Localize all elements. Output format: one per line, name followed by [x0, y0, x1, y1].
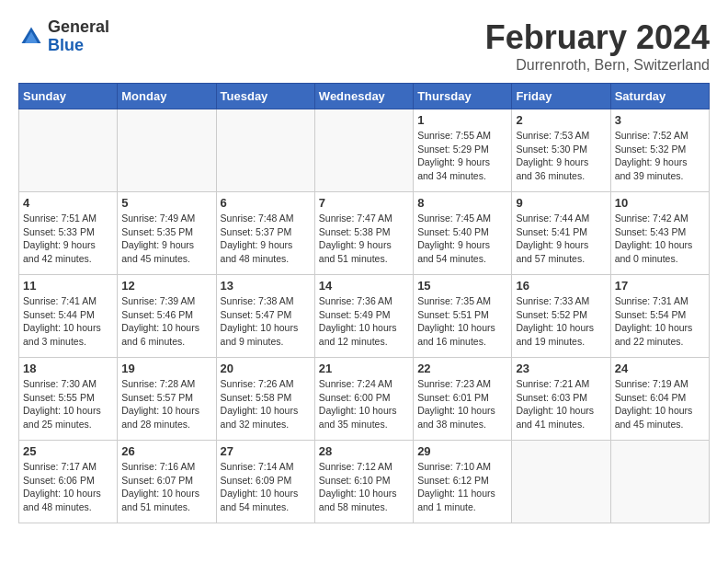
day-number: 6 [221, 196, 311, 210]
day-number: 22 [417, 362, 507, 375]
day-number: 16 [516, 279, 606, 293]
day-info: Sunrise: 7:42 AMSunset: 5:43 PMDaylight:… [615, 212, 705, 266]
day-number: 13 [221, 279, 311, 293]
calendar-cell: 2Sunrise: 7:53 AMSunset: 5:30 PMDaylight… [512, 109, 610, 192]
day-info: Sunrise: 7:36 AMSunset: 5:49 PMDaylight:… [319, 294, 409, 349]
day-number: 15 [417, 279, 507, 293]
calendar-cell: 20Sunrise: 7:26 AMSunset: 5:58 PMDayligh… [216, 358, 314, 441]
calendar-cell: 13Sunrise: 7:38 AMSunset: 5:47 PMDayligh… [216, 275, 314, 358]
day-number: 14 [319, 279, 409, 293]
calendar-cell: 29Sunrise: 7:10 AMSunset: 6:12 PMDayligh… [414, 441, 512, 523]
day-info: Sunrise: 7:49 AMSunset: 5:35 PMDaylight:… [121, 212, 211, 266]
day-number: 18 [23, 362, 113, 375]
calendar-cell: 25Sunrise: 7:17 AMSunset: 6:06 PMDayligh… [19, 441, 118, 523]
title-area: February 2024 Durrenroth, Bern, Switzerl… [485, 18, 710, 74]
day-info: Sunrise: 7:35 AMSunset: 5:51 PMDaylight:… [417, 294, 507, 349]
calendar-table: SundayMondayTuesdayWednesdayThursdayFrid… [18, 83, 710, 523]
calendar-cell: 4Sunrise: 7:51 AMSunset: 5:33 PMDaylight… [19, 192, 118, 275]
day-number: 1 [417, 113, 507, 127]
calendar-cell: 5Sunrise: 7:49 AMSunset: 5:35 PMDaylight… [118, 192, 216, 275]
logo-general: General [48, 17, 109, 36]
day-info: Sunrise: 7:44 AMSunset: 5:41 PMDaylight:… [516, 212, 606, 266]
page-header: General Blue February 2024 Durrenroth, B… [18, 18, 710, 74]
day-info: Sunrise: 7:47 AMSunset: 5:38 PMDaylight:… [319, 212, 409, 266]
day-info: Sunrise: 7:26 AMSunset: 5:58 PMDaylight:… [221, 377, 311, 431]
day-info: Sunrise: 7:53 AMSunset: 5:30 PMDaylight:… [516, 129, 606, 183]
calendar-cell: 28Sunrise: 7:12 AMSunset: 6:10 PMDayligh… [314, 441, 413, 523]
day-number: 3 [615, 113, 705, 127]
weekday-header-thursday: Thursday [414, 84, 512, 109]
calendar-cell: 27Sunrise: 7:14 AMSunset: 6:09 PMDayligh… [216, 441, 314, 523]
day-info: Sunrise: 7:21 AMSunset: 6:03 PMDaylight:… [516, 377, 606, 431]
calendar-cell: 6Sunrise: 7:48 AMSunset: 5:37 PMDaylight… [216, 192, 314, 275]
day-info: Sunrise: 7:19 AMSunset: 6:04 PMDaylight:… [615, 377, 705, 431]
day-number: 21 [319, 362, 409, 375]
calendar-cell [118, 109, 216, 192]
calendar-cell: 8Sunrise: 7:45 AMSunset: 5:40 PMDaylight… [414, 192, 512, 275]
weekday-header-wednesday: Wednesday [314, 84, 413, 109]
calendar-cell: 1Sunrise: 7:55 AMSunset: 5:29 PMDaylight… [414, 109, 512, 192]
calendar-cell: 7Sunrise: 7:47 AMSunset: 5:38 PMDaylight… [314, 192, 413, 275]
day-info: Sunrise: 7:30 AMSunset: 5:55 PMDaylight:… [23, 377, 113, 431]
day-info: Sunrise: 7:10 AMSunset: 6:12 PMDaylight:… [417, 460, 507, 514]
calendar-cell: 12Sunrise: 7:39 AMSunset: 5:46 PMDayligh… [118, 275, 216, 358]
weekday-header-monday: Monday [118, 84, 216, 109]
calendar-cell [19, 109, 118, 192]
day-number: 11 [23, 279, 113, 293]
week-row-3: 18Sunrise: 7:30 AMSunset: 5:55 PMDayligh… [19, 358, 710, 441]
day-number: 25 [23, 444, 113, 458]
calendar-cell: 17Sunrise: 7:31 AMSunset: 5:54 PMDayligh… [610, 275, 709, 358]
week-row-4: 25Sunrise: 7:17 AMSunset: 6:06 PMDayligh… [19, 441, 710, 523]
day-number: 12 [121, 279, 211, 293]
logo: General Blue [18, 18, 109, 55]
day-info: Sunrise: 7:17 AMSunset: 6:06 PMDaylight:… [23, 460, 113, 514]
day-info: Sunrise: 7:39 AMSunset: 5:46 PMDaylight:… [121, 294, 211, 349]
calendar-cell: 11Sunrise: 7:41 AMSunset: 5:44 PMDayligh… [19, 275, 118, 358]
calendar-cell: 19Sunrise: 7:28 AMSunset: 5:57 PMDayligh… [118, 358, 216, 441]
week-row-1: 4Sunrise: 7:51 AMSunset: 5:33 PMDaylight… [19, 192, 710, 275]
calendar-cell: 3Sunrise: 7:52 AMSunset: 5:32 PMDaylight… [610, 109, 709, 192]
weekday-header-friday: Friday [512, 84, 610, 109]
calendar-cell: 23Sunrise: 7:21 AMSunset: 6:03 PMDayligh… [512, 358, 610, 441]
day-number: 4 [23, 196, 113, 210]
day-number: 24 [615, 362, 705, 375]
calendar-cell: 18Sunrise: 7:30 AMSunset: 5:55 PMDayligh… [19, 358, 118, 441]
day-info: Sunrise: 7:52 AMSunset: 5:32 PMDaylight:… [615, 129, 705, 183]
day-number: 29 [417, 444, 507, 458]
week-row-2: 11Sunrise: 7:41 AMSunset: 5:44 PMDayligh… [19, 275, 710, 358]
calendar-cell [314, 109, 413, 192]
day-info: Sunrise: 7:41 AMSunset: 5:44 PMDaylight:… [23, 294, 113, 349]
logo-blue: Blue [48, 36, 84, 54]
calendar-cell: 9Sunrise: 7:44 AMSunset: 5:41 PMDaylight… [512, 192, 610, 275]
calendar-cell: 10Sunrise: 7:42 AMSunset: 5:43 PMDayligh… [610, 192, 709, 275]
day-number: 9 [516, 196, 606, 210]
day-info: Sunrise: 7:55 AMSunset: 5:29 PMDaylight:… [417, 129, 507, 183]
month-title: February 2024 [485, 18, 710, 57]
day-number: 5 [121, 196, 211, 210]
day-info: Sunrise: 7:51 AMSunset: 5:33 PMDaylight:… [23, 212, 113, 266]
calendar-cell [512, 441, 610, 523]
day-number: 26 [121, 444, 211, 458]
day-info: Sunrise: 7:23 AMSunset: 6:01 PMDaylight:… [417, 377, 507, 431]
calendar-cell [610, 441, 709, 523]
day-number: 17 [615, 279, 705, 293]
day-info: Sunrise: 7:33 AMSunset: 5:52 PMDaylight:… [516, 294, 606, 349]
calendar-cell [216, 109, 314, 192]
logo-icon [18, 24, 44, 50]
day-info: Sunrise: 7:24 AMSunset: 6:00 PMDaylight:… [319, 377, 409, 431]
calendar-cell: 16Sunrise: 7:33 AMSunset: 5:52 PMDayligh… [512, 275, 610, 358]
calendar-cell: 14Sunrise: 7:36 AMSunset: 5:49 PMDayligh… [314, 275, 413, 358]
logo-text: General Blue [48, 18, 109, 55]
day-info: Sunrise: 7:12 AMSunset: 6:10 PMDaylight:… [319, 460, 409, 514]
day-number: 23 [516, 362, 606, 375]
day-number: 27 [221, 444, 311, 458]
calendar-cell: 22Sunrise: 7:23 AMSunset: 6:01 PMDayligh… [414, 358, 512, 441]
day-number: 7 [319, 196, 409, 210]
day-info: Sunrise: 7:48 AMSunset: 5:37 PMDaylight:… [221, 212, 311, 266]
day-info: Sunrise: 7:28 AMSunset: 5:57 PMDaylight:… [121, 377, 211, 431]
weekday-header-row: SundayMondayTuesdayWednesdayThursdayFrid… [19, 84, 710, 109]
day-number: 8 [417, 196, 507, 210]
day-info: Sunrise: 7:31 AMSunset: 5:54 PMDaylight:… [615, 294, 705, 349]
day-info: Sunrise: 7:16 AMSunset: 6:07 PMDaylight:… [121, 460, 211, 514]
day-info: Sunrise: 7:38 AMSunset: 5:47 PMDaylight:… [221, 294, 311, 349]
